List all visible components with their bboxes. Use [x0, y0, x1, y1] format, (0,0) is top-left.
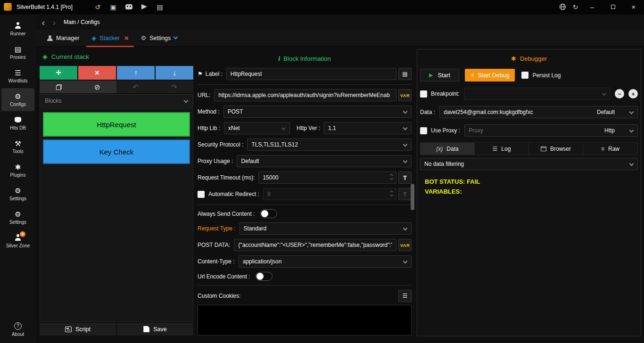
proxy-input[interactable]: [469, 127, 604, 134]
var-label: VAR: [400, 93, 410, 98]
sidebar-item-runner[interactable]: Runner: [1, 17, 34, 41]
tab-stacker[interactable]: ◈ Stacker ×: [85, 30, 134, 46]
http-ver-select[interactable]: 1.1: [324, 122, 412, 134]
proxy-combo[interactable]: Http: [464, 124, 638, 137]
maximize-button[interactable]: [603, 0, 623, 14]
security-protocol-value: TLS,TLS11,TLS12: [251, 141, 298, 148]
tab-manager[interactable]: Manager: [41, 30, 85, 46]
sidebar-item-hits-db[interactable]: Hits DB: [1, 112, 34, 135]
move-block-up-button[interactable]: ↑: [117, 66, 155, 80]
stack-block-httprequest[interactable]: HttpRequest: [43, 112, 190, 137]
redo-button[interactable]: ↷: [155, 81, 194, 93]
debug-tab-browser[interactable]: Browser: [529, 143, 583, 155]
close-button[interactable]: ×: [623, 0, 644, 14]
scrollbar-thumb[interactable]: [411, 184, 414, 210]
sidebar-item-plugins[interactable]: ✱ Plugins: [1, 159, 34, 182]
tab-settings[interactable]: ⚙ Settings: [135, 30, 184, 46]
automatic-redirect-checkbox[interactable]: [198, 191, 205, 198]
proxy-type-value[interactable]: Http: [604, 127, 615, 134]
debug-tab-data[interactable]: (x) Data: [421, 143, 475, 155]
security-protocol-label: Security Protocol :: [198, 141, 243, 148]
custom-cookies-textarea[interactable]: [198, 305, 412, 335]
persist-log-option[interactable]: Persist Log: [521, 72, 561, 79]
label-notes-button[interactable]: ▤: [398, 68, 412, 80]
minimize-button[interactable]: –: [582, 0, 603, 14]
custom-cookies-list-button[interactable]: ☰: [398, 290, 412, 302]
request-type-select[interactable]: Standard: [239, 222, 412, 235]
undo-button[interactable]: ↶: [116, 81, 155, 93]
chevron-down-icon: [629, 110, 634, 114]
settings-gear-icon: ⚙: [15, 187, 21, 194]
add-breakpoint-button[interactable]: +: [628, 89, 638, 98]
use-proxy-checkbox[interactable]: [420, 127, 427, 134]
sidebar-item-tools[interactable]: ⚒ Tools: [1, 135, 34, 158]
security-protocol-select[interactable]: TLS,TLS11,TLS12: [247, 139, 412, 151]
method-select[interactable]: POST: [223, 106, 412, 118]
debug-data-value[interactable]: davel254@gmail.com:kugkgdfbgfxc: [444, 109, 597, 115]
persist-log-checkbox[interactable]: [521, 72, 528, 79]
url-encode-label: Url Encode Content :: [198, 273, 250, 280]
telegram-icon[interactable]: [138, 0, 151, 14]
max-redirects-input: [267, 191, 387, 197]
bug-icon: ✱: [511, 55, 516, 62]
sidebar-item-label: Silver Zone: [6, 243, 30, 248]
timeout-type-button[interactable]: T: [398, 172, 412, 184]
move-block-down-button[interactable]: ↓: [156, 66, 193, 80]
history-icon[interactable]: ↺: [91, 0, 104, 14]
label-input[interactable]: [226, 68, 396, 80]
proxy-usage-select[interactable]: Default: [237, 155, 412, 167]
clone-block-button[interactable]: [40, 81, 78, 93]
data-filter-select[interactable]: No data filtering: [420, 158, 638, 170]
url-variables-button[interactable]: VAR: [398, 89, 412, 101]
blocks-dropdown[interactable]: Blocks: [40, 94, 193, 107]
sidebar-item-core-settings[interactable]: ⚙ Settings: [1, 206, 34, 229]
save-button[interactable]: Save: [117, 323, 193, 335]
sidebar-item-configs[interactable]: ⚙ Configs: [1, 88, 34, 111]
discord-icon[interactable]: [123, 0, 135, 14]
remove-block-button[interactable]: ×: [78, 66, 116, 80]
window-title: SilverBullet 1.4.1 [Pro]: [17, 4, 73, 10]
start-button[interactable]: ▶ Start: [420, 69, 459, 82]
stack-block-keycheck[interactable]: Key Check: [43, 139, 190, 164]
news-icon[interactable]: ▤: [154, 0, 166, 14]
screenshot-icon[interactable]: ▣: [107, 0, 120, 14]
http-lib-select[interactable]: xNet: [224, 122, 290, 134]
disable-block-button[interactable]: ⊘: [78, 81, 117, 93]
post-data-input[interactable]: [234, 239, 396, 251]
language-globe-icon[interactable]: [556, 0, 569, 14]
post-data-variables-button[interactable]: VAR: [398, 239, 412, 251]
stack-bottom-bar: Script Save: [40, 323, 193, 335]
debug-data-combo[interactable]: davel254@gmail.com:kugkgdfbgfxc Default: [439, 106, 638, 118]
sidebar-item-silver-zone[interactable]: 0 Silver Zone: [1, 229, 34, 253]
forward-button[interactable]: ›: [51, 18, 58, 27]
title-bar: SilverBullet 1.4.1 [Pro] ↺ ▣ ▤ ↻ – ×: [0, 0, 644, 14]
content-type-select[interactable]: application/json: [239, 255, 412, 268]
log-lines-icon: ☰: [493, 146, 498, 152]
sidebar-item-wordlists[interactable]: ☰ Wordlists: [1, 65, 34, 88]
add-block-button[interactable]: +: [40, 66, 77, 80]
chevron-down-icon: [281, 126, 286, 131]
url-row: URL: VAR: [198, 89, 412, 101]
telegram-glyph: [141, 4, 147, 9]
start-debug-button[interactable]: ⚡ Start Debug: [465, 69, 515, 82]
script-button[interactable]: Script: [40, 323, 116, 335]
debug-tab-raw[interactable]: ≡ Raw: [583, 143, 637, 155]
sidebar-item-about[interactable]: ? About: [1, 318, 34, 341]
wordlist-type-value[interactable]: Default: [597, 109, 615, 115]
remove-breakpoint-button[interactable]: −: [615, 89, 624, 98]
stepper-arrows[interactable]: [390, 174, 393, 180]
url-encode-toggle[interactable]: [256, 272, 272, 281]
request-timeout-input[interactable]: [263, 174, 387, 181]
url-input[interactable]: [214, 89, 396, 101]
sync-icon[interactable]: ↻: [569, 0, 582, 14]
request-timeout-stepper[interactable]: [258, 172, 396, 184]
stack-blocks-list: HttpRequest Key Check: [40, 108, 193, 322]
back-button[interactable]: ‹: [40, 18, 47, 27]
debug-tab-log[interactable]: ☰ Log: [475, 143, 529, 155]
sidebar-item-settings[interactable]: ⚙ Settings: [1, 182, 34, 205]
tab-close-icon[interactable]: ×: [124, 34, 129, 41]
breakpoint-checkbox[interactable]: [420, 90, 427, 98]
save-icon: [143, 326, 149, 332]
sidebar-item-proxies[interactable]: ▤ Proxies: [1, 41, 34, 64]
always-send-content-toggle[interactable]: [260, 209, 277, 218]
